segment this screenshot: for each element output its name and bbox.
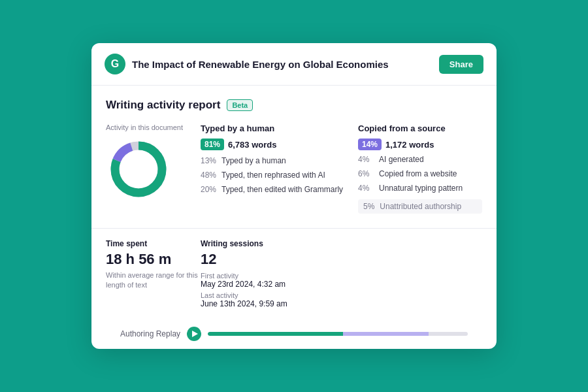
typed-stat-3: 20% Typed, then edited with Grammarly [201,184,345,195]
header-left: G The Impact of Renewable Energy on Glob… [105,54,389,74]
progress-green [208,332,343,336]
first-activity-label: First activity [201,272,482,280]
first-activity-value: May 23rd 2024, 4:32 am [201,280,482,289]
copied-stat-3: 4% Unnatural typing pattern [358,183,482,194]
time-col: Time spent 18 h 56 m Within average rang… [106,239,201,311]
copied-column: Copied from a source 14% 1,172 words 4% … [358,123,482,213]
typed-stat-1: 13% Typed by a human [201,155,345,167]
copied-stat-1: 4% AI generated [358,154,482,165]
replay-label: Authoring Replay [120,329,180,338]
copied-stat-3-label: Unnatural typing pattern [379,183,463,194]
typed-heading: Typed by a human [201,123,345,133]
sessions-col: Writing sessions 12 First activity May 2… [201,239,482,311]
copied-top-row: 14% 1,172 words [358,139,482,150]
last-activity: Last activity June 13th 2024, 9:59 am [201,291,482,308]
stats-row: Activity in this document Typed by a hum… [106,123,482,213]
donut-chart [106,137,171,202]
unattributed-pct: 5% [363,202,374,211]
typed-stat-2-label: Typed, then rephrased with AI [221,170,325,181]
first-activity: First activity May 23rd 2024, 4:32 am [201,272,482,289]
copied-stat-2-label: Copied from a website [379,169,457,180]
main-card: G The Impact of Renewable Energy on Glob… [91,43,497,348]
doc-title: The Impact of Renewable Energy on Global… [132,59,389,70]
copied-stat-2-pct: 6% [358,169,379,180]
last-activity-value: June 13th 2024, 9:59 am [201,299,482,308]
typed-words: 6,783 words [228,140,276,150]
unattributed-row: 5% Unattributed authorship [358,199,482,214]
typed-stat-2-pct: 48% [201,170,221,181]
unattributed-label: Unattributed authorship [380,202,461,211]
grammarly-logo: G [105,54,125,74]
bottom-row: Time spent 18 h 56 m Within average rang… [91,228,497,311]
report-title: Writing activity report [106,99,220,112]
typed-stat-3-pct: 20% [201,184,221,195]
copied-stat-1-pct: 4% [358,154,379,165]
play-icon [192,331,198,337]
typed-stat-1-pct: 13% [201,155,221,167]
typed-column: Typed by a human 81% 6,783 words 13% Typ… [201,123,358,213]
beta-badge: Beta [227,99,253,111]
copied-heading: Copied from a source [358,123,482,133]
donut-column: Activity in this document [106,123,201,213]
sessions-value: 12 [201,251,482,268]
copied-stat-3-pct: 4% [358,183,379,194]
play-button[interactable] [187,327,201,341]
typed-stat-2: 48% Typed, then rephrased with AI [201,170,345,181]
typed-stat-3-label: Typed, then edited with Grammarly [221,184,343,195]
progress-track[interactable] [208,332,468,336]
replay-bar: Authoring Replay [106,320,482,349]
last-activity-label: Last activity [201,291,482,299]
time-note: Within average range for this length of … [106,270,201,291]
activity-label: Activity in this document [106,123,201,131]
card-header: G The Impact of Renewable Energy on Glob… [91,43,497,86]
share-button[interactable]: Share [439,55,483,74]
copied-stat-1-label: AI generated [379,154,424,165]
report-title-row: Writing activity report Beta [106,99,482,112]
card-body: Writing activity report Beta Activity in… [91,86,497,348]
copied-pct-badge: 14% [358,139,382,150]
progress-purple [343,332,429,336]
time-value: 18 h 56 m [106,251,201,268]
time-label: Time spent [106,239,201,248]
typed-pct-badge: 81% [201,139,224,150]
copied-stat-2: 6% Copied from a website [358,169,482,180]
copied-words: 1,172 words [385,140,434,150]
typed-stat-1-label: Typed by a human [221,155,286,167]
sessions-label: Writing sessions [201,239,482,248]
